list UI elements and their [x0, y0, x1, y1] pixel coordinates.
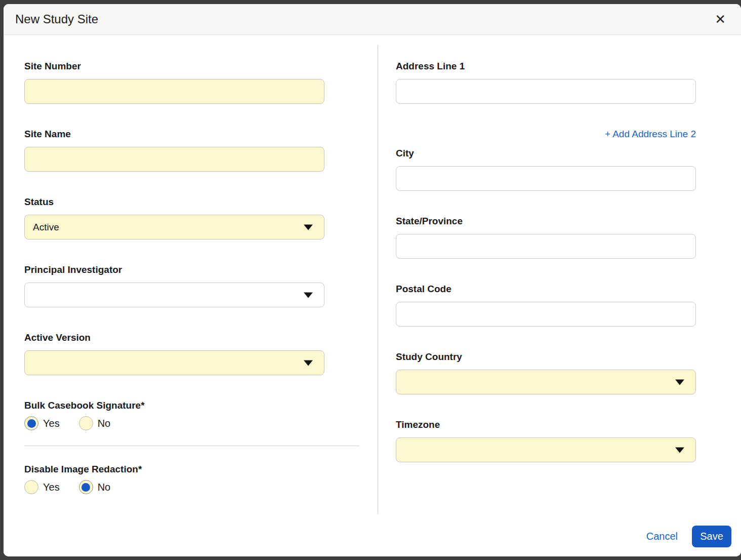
dialog-title: New Study Site	[15, 12, 98, 26]
dialog-footer: Cancel Save	[4, 516, 741, 556]
status-group: Status Active	[24, 196, 324, 239]
state-province-group: State/Province	[396, 215, 696, 259]
status-select-value: Active	[33, 222, 59, 233]
bulk-casebook-signature-group: Bulk Casebook Signature* Yes No	[24, 399, 378, 430]
dialog-header: New Study Site ✕	[4, 4, 741, 35]
address-line-1-group: Address Line 1	[396, 60, 696, 104]
disable-image-redaction-radios: Yes No	[24, 480, 378, 494]
site-number-label: Site Number	[24, 60, 324, 72]
close-icon[interactable]: ✕	[715, 13, 726, 26]
principal-investigator-group: Principal Investigator	[24, 264, 324, 307]
section-divider	[24, 446, 359, 446]
bulk-casebook-signature-label: Bulk Casebook Signature*	[24, 399, 378, 411]
state-province-input[interactable]	[396, 234, 696, 259]
principal-investigator-label: Principal Investigator	[24, 264, 324, 275]
study-country-label: Study Country	[396, 351, 696, 363]
site-number-input[interactable]	[24, 79, 324, 104]
radio-button-icon	[79, 480, 93, 494]
radio-button-icon	[24, 480, 38, 494]
chevron-down-icon	[304, 224, 313, 230]
bulk-casebook-no-radio[interactable]: No	[79, 416, 111, 430]
state-province-label: State/Province	[396, 215, 696, 227]
city-input[interactable]	[396, 166, 696, 191]
cancel-button[interactable]: Cancel	[646, 531, 678, 542]
postal-code-group: Postal Code	[396, 283, 696, 327]
site-name-input[interactable]	[24, 147, 324, 172]
active-version-group: Active Version	[24, 332, 324, 375]
site-name-label: Site Name	[24, 128, 324, 140]
active-version-label: Active Version	[24, 332, 324, 343]
postal-code-input[interactable]	[396, 302, 696, 327]
postal-code-label: Postal Code	[396, 283, 696, 295]
add-address-line-2-link[interactable]: + Add Address Line 2	[605, 129, 696, 139]
disable-image-redaction-label: Disable Image Redaction*	[24, 463, 378, 475]
chevron-down-icon	[304, 360, 313, 366]
disable-image-redaction-no-radio[interactable]: No	[79, 480, 111, 494]
city-group: City	[396, 147, 696, 191]
site-name-group: Site Name	[24, 128, 324, 172]
radio-label: Yes	[43, 418, 60, 429]
radio-label: No	[98, 482, 111, 493]
address-line-1-input[interactable]	[396, 79, 696, 104]
city-label: City	[396, 147, 696, 159]
chevron-down-icon	[304, 292, 313, 298]
bulk-casebook-signature-radios: Yes No	[24, 416, 378, 430]
bulk-casebook-yes-radio[interactable]: Yes	[24, 416, 60, 430]
radio-button-icon	[24, 416, 38, 430]
left-column: Site Number Site Name Status Active Prin…	[4, 35, 378, 516]
timezone-group: Timezone	[396, 419, 696, 462]
address-line-1-label: Address Line 1	[396, 60, 696, 72]
dialog-body: Site Number Site Name Status Active Prin…	[4, 35, 741, 516]
chevron-down-icon	[675, 447, 684, 453]
timezone-select[interactable]	[396, 437, 696, 462]
save-button[interactable]: Save	[692, 526, 731, 547]
principal-investigator-select[interactable]	[24, 283, 324, 307]
column-divider	[378, 45, 378, 513]
radio-button-icon	[79, 416, 93, 430]
active-version-select[interactable]	[24, 350, 324, 375]
study-country-group: Study Country	[396, 351, 696, 394]
timezone-label: Timezone	[396, 419, 696, 430]
add-address-line-2-row: + Add Address Line 2	[396, 128, 696, 140]
study-country-select[interactable]	[396, 370, 696, 394]
new-study-site-dialog: New Study Site ✕ Site Number Site Name S…	[4, 4, 741, 556]
radio-label: No	[98, 418, 111, 429]
right-column: Address Line 1 + Add Address Line 2 City…	[378, 35, 741, 516]
disable-image-redaction-yes-radio[interactable]: Yes	[24, 480, 60, 494]
radio-label: Yes	[43, 482, 60, 493]
disable-image-redaction-group: Disable Image Redaction* Yes No	[24, 463, 378, 494]
site-number-group: Site Number	[24, 60, 324, 104]
status-label: Status	[24, 196, 324, 208]
chevron-down-icon	[675, 379, 684, 385]
status-select[interactable]: Active	[24, 215, 324, 239]
